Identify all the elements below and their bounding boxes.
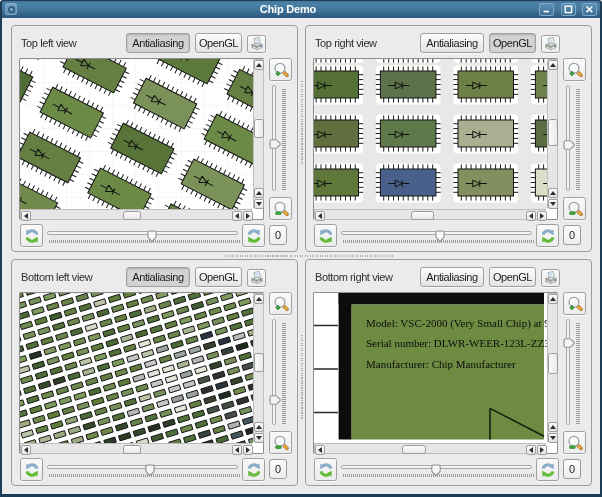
svg-text:Manufacturer: Chip Manufacture: Manufacturer: Chip Manufacturer — [366, 358, 516, 370]
svg-text:Model: VSC-2000 (Very Small Ch: Model: VSC-2000 (Very Small Chip) at 93x… — [366, 317, 547, 330]
svg-text:Serial number: DLWR-WEER-123L-: Serial number: DLWR-WEER-123L-ZZ33-SDSJ — [366, 337, 547, 349]
